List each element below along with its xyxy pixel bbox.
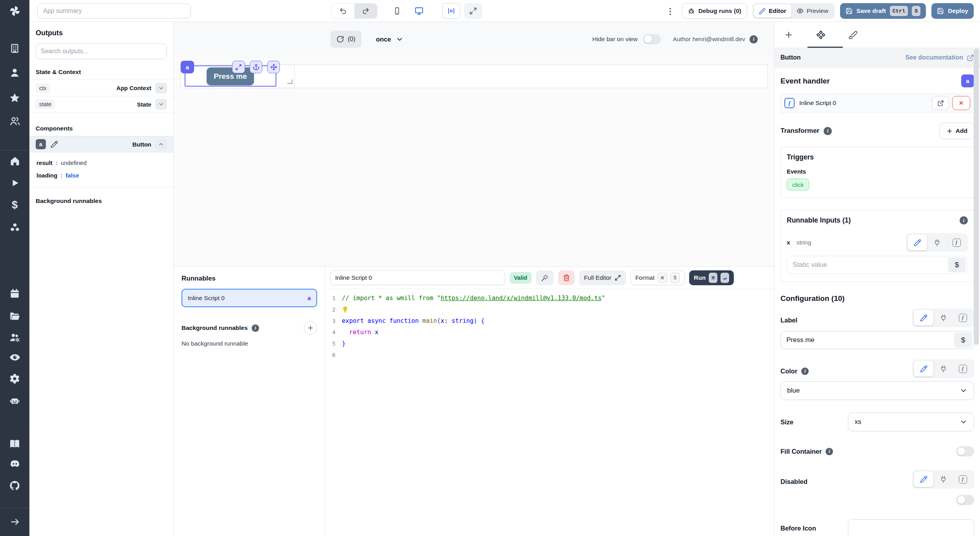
static-input-mode-button[interactable] — [914, 361, 933, 377]
color-select[interactable]: blue — [780, 381, 974, 400]
connect-input-mode-button[interactable] — [933, 310, 953, 326]
deploy-button[interactable]: Deploy — [931, 3, 974, 19]
delete-script-button[interactable] — [558, 270, 575, 285]
save-draft-button[interactable]: Save draft Ctrl S — [840, 3, 926, 19]
canvas-grid[interactable]: a Press me — [174, 57, 774, 266]
refresh-mode-select[interactable]: once — [376, 31, 403, 48]
ai-assistant-button[interactable] — [536, 270, 554, 285]
expand-component-button[interactable] — [232, 61, 245, 73]
info-icon[interactable]: i — [824, 127, 832, 135]
size-select[interactable]: xs — [848, 413, 974, 431]
sidebar-item-audit[interactable] — [6, 348, 24, 366]
info-icon[interactable]: i — [801, 368, 809, 375]
mobile-view-button[interactable] — [388, 3, 407, 19]
anchor-component-button[interactable] — [250, 61, 262, 73]
sidebar-item-home[interactable] — [6, 152, 24, 170]
variable-picker-button[interactable]: $ — [954, 333, 972, 348]
sidebar-item-favorites[interactable] — [6, 89, 24, 107]
inspector-scrollbar[interactable] — [974, 49, 979, 345]
open-script-button[interactable] — [932, 96, 949, 110]
info-icon[interactable]: i — [750, 35, 758, 43]
run-button[interactable]: Run ⌘ ↵ — [689, 270, 734, 285]
resize-handle[interactable] — [287, 80, 292, 84]
eval-input-mode-button[interactable]: f — [953, 310, 973, 326]
connect-input-mode-button[interactable] — [927, 235, 947, 250]
sidebar-item-discord[interactable] — [6, 455, 24, 473]
disabled-toggle[interactable] — [956, 495, 974, 505]
format-button[interactable]: Format ⌘ S — [630, 270, 685, 285]
component-collapse-button[interactable] — [155, 139, 167, 150]
tab-styling[interactable] — [848, 30, 858, 40]
sidebar-item-resources[interactable] — [6, 218, 24, 236]
attached-script-card[interactable]: f Inline Script 0 × — [780, 94, 974, 112]
state-expand-button[interactable] — [155, 99, 167, 110]
label-value-input[interactable] — [781, 336, 954, 344]
static-input-mode-button[interactable] — [907, 235, 927, 250]
connect-input-mode-button[interactable] — [933, 471, 953, 487]
sidebar-item-workspace[interactable] — [6, 39, 24, 57]
debug-runs-button[interactable]: Debug runs (0) — [682, 3, 747, 19]
static-input-mode-button[interactable] — [914, 310, 933, 326]
tab-component-settings[interactable] — [816, 30, 826, 40]
eval-input-mode-button[interactable]: f — [953, 361, 973, 377]
undo-button[interactable] — [332, 4, 354, 18]
sidebar-item-docs[interactable] — [6, 435, 24, 453]
sidebar-item-settings[interactable] — [6, 369, 24, 388]
refresh-runnables-button[interactable]: (0) — [330, 31, 361, 48]
info-icon[interactable]: i — [826, 448, 833, 455]
sidebar-item-folders[interactable] — [6, 307, 24, 325]
code-area[interactable]: 1 // import * as wmill from "https://den… — [325, 289, 774, 360]
tab-editor[interactable]: Editor — [754, 4, 791, 18]
redo-button[interactable] — [354, 4, 377, 18]
code-punctuation: : — [444, 317, 448, 324]
sidebar-item-variables[interactable]: $ — [6, 196, 24, 214]
sidebar-item-schedules[interactable] — [6, 284, 24, 302]
pencil-icon[interactable] — [51, 141, 58, 148]
windmill-logo[interactable] — [0, 0, 29, 22]
move-component-button[interactable] — [267, 61, 280, 73]
static-value-input[interactable] — [787, 261, 948, 269]
info-icon[interactable]: i — [960, 216, 968, 225]
fullscreen-button[interactable] — [464, 3, 482, 19]
canvas-button-component[interactable]: Press me — [207, 67, 254, 85]
runnable-item-inline-script-0[interactable]: Inline Script 0 a — [181, 289, 317, 307]
static-input-mode-button[interactable] — [914, 471, 933, 487]
info-icon[interactable]: i — [252, 324, 259, 332]
sidebar-item-github[interactable] — [6, 476, 24, 494]
triggers-card: Triggers Events click — [780, 147, 974, 198]
component-output-row[interactable]: a Button — [29, 136, 173, 152]
before-icon-input[interactable] — [848, 519, 974, 536]
full-editor-button[interactable]: Full Editor — [579, 270, 626, 285]
detach-script-button[interactable]: × — [952, 96, 970, 110]
sidebar-collapse-button[interactable] — [6, 513, 24, 531]
tab-preview[interactable]: Preview — [791, 4, 833, 18]
sidebar-item-user[interactable] — [6, 63, 24, 81]
search-outputs-input[interactable] — [36, 43, 167, 59]
sidebar-item-members[interactable] — [6, 112, 24, 130]
sidebar-item-groups[interactable] — [6, 328, 24, 346]
home-icon — [9, 156, 20, 167]
align-components-button[interactable] — [442, 3, 460, 19]
tab-insert-component[interactable] — [784, 30, 793, 40]
output-row-ctx[interactable]: ctx App Context — [29, 80, 173, 96]
more-menu-button[interactable]: ⋮ — [665, 7, 676, 15]
add-background-runnable-button[interactable] — [304, 321, 317, 335]
fill-container-toggle[interactable] — [956, 446, 974, 456]
runnable-inputs-card: Runnable Inputs (1) i x string f — [780, 210, 974, 282]
hide-bar-toggle[interactable] — [643, 34, 661, 44]
see-documentation-link[interactable]: See documentation — [905, 54, 974, 62]
sidebar-item-runs[interactable] — [6, 174, 24, 192]
variable-picker-button[interactable]: $ — [948, 257, 966, 272]
ctx-expand-button[interactable] — [155, 83, 167, 94]
output-row-state[interactable]: state State — [29, 96, 173, 112]
script-name-input[interactable] — [330, 270, 505, 285]
connect-input-mode-button[interactable] — [933, 361, 953, 377]
run-label: Run — [694, 274, 706, 281]
lightbulb-icon[interactable] — [342, 306, 348, 313]
eval-input-mode-button[interactable]: f — [947, 235, 966, 250]
desktop-view-button[interactable] — [410, 3, 428, 19]
add-transformer-button[interactable]: Add — [940, 123, 974, 139]
eval-input-mode-button[interactable]: f — [953, 471, 973, 487]
sidebar-item-ai[interactable] — [6, 391, 24, 409]
app-summary-input[interactable] — [37, 4, 191, 18]
